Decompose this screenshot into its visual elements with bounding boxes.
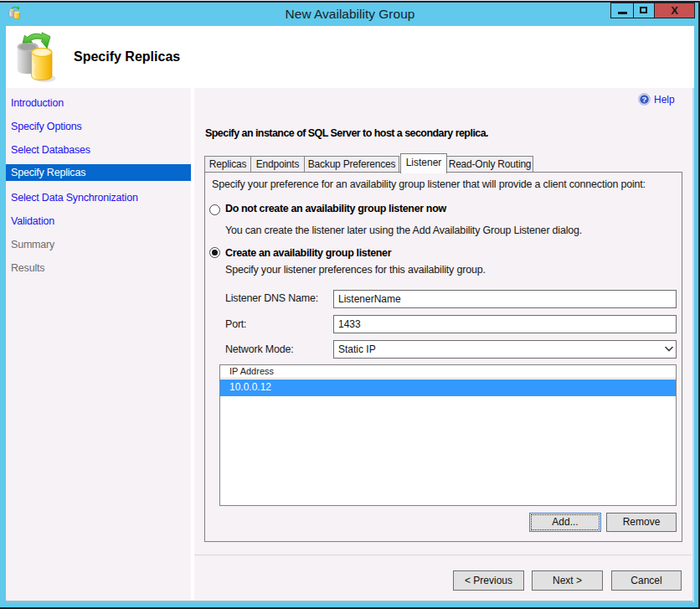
svg-text:?: ? bbox=[642, 95, 647, 104]
